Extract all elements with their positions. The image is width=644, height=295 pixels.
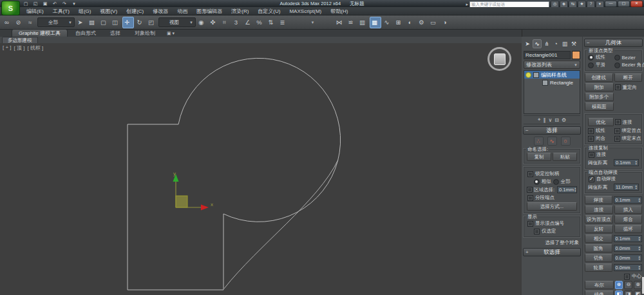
menu-modifiers[interactable]: 修改器 bbox=[148, 7, 173, 15]
bind-first-checkbox[interactable] bbox=[614, 128, 620, 134]
modifier-list-dropdown[interactable]: 修改器列表 ▼ bbox=[524, 61, 580, 69]
bind-to-space-warp-icon[interactable]: ≈ bbox=[26, 17, 36, 28]
menu-group[interactable]: 组(G) bbox=[74, 7, 96, 15]
soft-selection-rollout-header[interactable]: + 软选择 bbox=[523, 248, 581, 256]
cross-section-button[interactable]: 横截面 bbox=[585, 102, 614, 111]
area-selection-spinner[interactable]: 0.1mm bbox=[557, 186, 577, 193]
menu-create[interactable]: 创建(C) bbox=[122, 7, 148, 15]
viewport-top[interactable]: [ + ] [ 顶 ] [ 线框 ] y x bbox=[0, 43, 522, 295]
spinner-snap-icon[interactable]: ⇅ bbox=[267, 17, 277, 28]
stack-item-edit-spline[interactable]: 编辑样条线 bbox=[524, 71, 580, 79]
rectangular-selection-icon[interactable]: ▢ bbox=[99, 17, 109, 28]
utilities-tab-icon[interactable]: ⚒ bbox=[570, 40, 578, 48]
chamfer-spinner[interactable]: 0.0mm bbox=[614, 254, 643, 262]
insert-button[interactable]: 插入 bbox=[614, 205, 643, 214]
undo-icon[interactable]: ↶ bbox=[51, 1, 59, 6]
create-tab-icon[interactable]: ➤ bbox=[524, 40, 531, 48]
rendered-frame-icon[interactable]: ▭ bbox=[429, 17, 439, 28]
lightbulb-icon[interactable] bbox=[526, 72, 531, 78]
spline-shape-circle-arc[interactable] bbox=[178, 58, 341, 222]
named-selection-copy-button[interactable]: 复制 bbox=[527, 153, 551, 161]
transform-gizmo[interactable]: y x bbox=[173, 171, 214, 211]
fuse-button[interactable]: 熔合 bbox=[614, 215, 643, 224]
mirror-icon[interactable]: ⋈ bbox=[335, 17, 345, 28]
bezier-vertex-radio[interactable] bbox=[614, 55, 620, 61]
connect-copy-threshold-spinner[interactable]: 0.1mm bbox=[614, 159, 639, 166]
connect-copy-checkbox[interactable] bbox=[589, 152, 594, 158]
restore-button[interactable]: ▢ bbox=[618, 1, 630, 7]
selection-rollout-header[interactable]: − 选择 bbox=[523, 126, 581, 135]
spline-subobject-icon[interactable]: ○ bbox=[561, 137, 571, 146]
layer-manager-icon[interactable]: ▥ bbox=[358, 17, 368, 28]
weld-button[interactable]: 焊接 bbox=[585, 196, 612, 204]
menu-customize[interactable]: 自定义(U) bbox=[253, 7, 285, 15]
segment-end-checkbox[interactable] bbox=[527, 195, 533, 201]
select-and-manipulate-icon[interactable]: ✜ bbox=[209, 17, 219, 28]
center-checkbox[interactable] bbox=[624, 274, 630, 280]
object-name-field[interactable]: Rectangle001 bbox=[524, 51, 571, 59]
tab-object-paint[interactable]: 对象绘制 bbox=[128, 30, 162, 37]
attach-button[interactable]: 附加 bbox=[585, 83, 614, 91]
boolean-subtract-icon[interactable]: ⊖ bbox=[624, 281, 632, 289]
menu-help[interactable]: 帮助(H) bbox=[326, 7, 352, 15]
curve-editor-icon[interactable]: ∿ bbox=[383, 17, 393, 28]
use-pivot-point-icon[interactable]: ◉ bbox=[197, 17, 207, 28]
outline-button[interactable]: 轮廓 bbox=[585, 263, 612, 272]
outline-spinner[interactable]: 0.0mm bbox=[614, 264, 643, 271]
alike-radio[interactable] bbox=[534, 179, 540, 185]
vertex-subobject-icon[interactable]: ∴ bbox=[534, 137, 544, 146]
tab-graphite[interactable]: Graphite 建模工具 bbox=[12, 29, 68, 37]
menu-views[interactable]: 视图(V) bbox=[95, 7, 122, 15]
menu-rendering[interactable]: 渲染(R) bbox=[227, 7, 253, 15]
object-color-swatch[interactable] bbox=[572, 51, 580, 59]
align-icon[interactable]: ≌ bbox=[346, 17, 357, 28]
menu-maxscript[interactable]: MAXScript(M) bbox=[285, 7, 326, 15]
area-selection-checkbox[interactable] bbox=[527, 187, 533, 193]
angle-snap-icon[interactable]: ∠ bbox=[243, 17, 254, 28]
window-crossing-icon[interactable]: ◫ bbox=[111, 17, 121, 28]
viewport-view-label[interactable]: [ 顶 ] bbox=[14, 44, 25, 52]
select-and-rotate-icon[interactable]: ↻ bbox=[135, 17, 146, 28]
linear-checkbox[interactable] bbox=[588, 128, 594, 134]
viewcube[interactable] bbox=[488, 47, 511, 71]
pin-stack-icon[interactable]: ⌖ bbox=[538, 117, 541, 123]
close-button[interactable]: ✕ bbox=[630, 1, 643, 7]
snap-toggle-3d-icon[interactable]: 3 bbox=[232, 17, 242, 28]
break-button[interactable]: 断开 bbox=[614, 73, 643, 82]
tab-selection[interactable]: 选择 bbox=[104, 30, 127, 37]
attach-multiple-button[interactable]: 附加多个 bbox=[585, 93, 614, 101]
make-unique-icon[interactable]: ∨ bbox=[548, 117, 552, 123]
select-by-button[interactable]: 选择方式... bbox=[527, 202, 577, 211]
auto-weld-threshold-spinner[interactable]: 11.0mm bbox=[614, 184, 639, 191]
new-scene-icon[interactable]: ▢ bbox=[22, 1, 30, 6]
spline-shape-tangent-curve[interactable] bbox=[224, 160, 338, 289]
keyboard-override-icon[interactable]: ⌗ bbox=[220, 17, 231, 28]
infocenter-search-input[interactable]: 输入关键字或短语 bbox=[469, 1, 549, 8]
create-line-button[interactable]: 创建线 bbox=[585, 73, 613, 82]
menu-tools[interactable]: 工具(T) bbox=[48, 7, 74, 15]
menu-graph-editors[interactable]: 图形编辑器 bbox=[192, 7, 227, 15]
select-and-link-icon[interactable]: ∞ bbox=[3, 17, 13, 28]
connect-button[interactable]: 连接 bbox=[585, 205, 613, 214]
application-menu-button[interactable]: S bbox=[1, 1, 20, 15]
cycle-button[interactable]: 循环 bbox=[614, 225, 643, 233]
reverse-button[interactable]: 反转 bbox=[585, 225, 613, 233]
closed-checkbox[interactable] bbox=[588, 136, 594, 142]
save-file-icon[interactable]: ▣ bbox=[41, 1, 49, 6]
all-radio[interactable] bbox=[553, 179, 559, 185]
percent-snap-icon[interactable]: % bbox=[255, 17, 265, 28]
unlink-selection-icon[interactable]: ⊘ bbox=[14, 17, 24, 28]
open-file-icon[interactable]: ◱ bbox=[32, 1, 39, 6]
bezier-corner-vertex-radio[interactable] bbox=[614, 62, 620, 68]
viewport-shading-label[interactable]: [ 线框 ] bbox=[27, 44, 43, 52]
configure-modifier-sets-icon[interactable]: ⚙ bbox=[562, 117, 566, 123]
select-and-scale-icon[interactable]: ◰ bbox=[147, 17, 157, 28]
graphite-toggle-icon[interactable]: ▦ bbox=[370, 17, 381, 28]
mirror-button[interactable]: 镜像 bbox=[585, 290, 614, 295]
gizmo-xy-plane-handle[interactable] bbox=[176, 196, 187, 207]
refine-button[interactable]: 优化 bbox=[588, 118, 614, 126]
refine-connect-checkbox[interactable] bbox=[615, 119, 621, 125]
mirror-vertical-icon[interactable]: ◨ bbox=[624, 290, 632, 295]
menu-edit[interactable]: 编辑(E) bbox=[22, 7, 48, 15]
boolean-union-icon[interactable]: ⊕ bbox=[615, 281, 623, 289]
